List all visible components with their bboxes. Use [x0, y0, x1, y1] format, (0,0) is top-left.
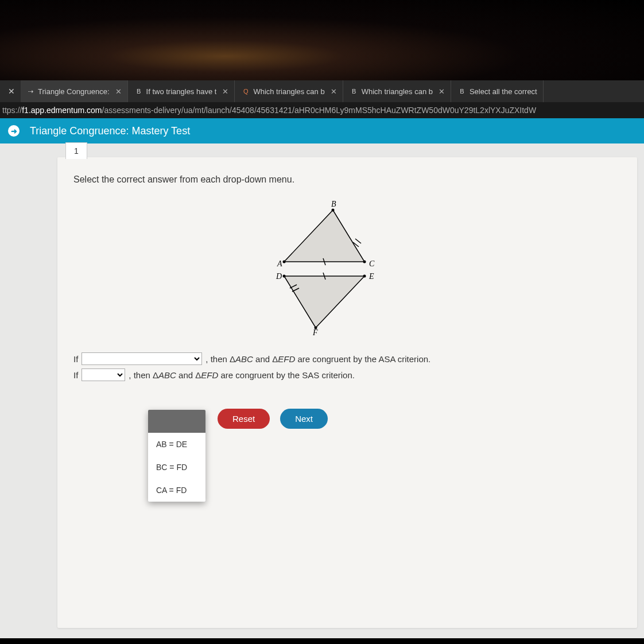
question-prompt: Select the correct answer from each drop…: [73, 174, 621, 185]
question-number-tab[interactable]: 1: [65, 142, 87, 159]
if-label: If: [73, 354, 78, 364]
tab-which-triangles-2[interactable]: B Which triangles can b ✕: [344, 80, 451, 102]
svg-text:C: C: [369, 259, 375, 268]
svg-line-9: [355, 239, 361, 243]
tab-label: Select all the correct: [470, 87, 537, 96]
asa-dropdown[interactable]: [82, 352, 202, 365]
tab-icon: B: [135, 88, 143, 95]
app-header: ➜ Triangle Congruence: Mastery Test: [0, 118, 644, 143]
close-icon[interactable]: ✕: [3, 87, 20, 96]
tab-icon: ⇢: [26, 88, 34, 95]
statement-asa: If , then ΔABC and ΔEFD are congruent by…: [73, 352, 621, 365]
tab-close-icon[interactable]: ✕: [115, 87, 122, 96]
reset-button[interactable]: Reset: [218, 409, 270, 429]
svg-marker-0: [284, 210, 364, 262]
dropdown-option[interactable]: CA = FD: [148, 479, 205, 502]
svg-text:E: E: [368, 272, 374, 281]
content-area: 1 Select the correct answer from each dr…: [0, 143, 644, 638]
svg-point-1: [283, 261, 286, 263]
tab-if-two-triangles[interactable]: B If two triangles have t ✕: [129, 80, 235, 102]
svg-text:B: B: [331, 200, 336, 208]
svg-text:D: D: [276, 272, 282, 281]
next-button[interactable]: Next: [280, 409, 328, 429]
svg-text:A: A: [277, 259, 282, 268]
svg-point-2: [363, 261, 366, 263]
svg-text:F: F: [312, 328, 318, 336]
if-label: If: [73, 370, 78, 380]
url-prefix: ttps://: [2, 106, 22, 115]
sas-dropdown-popup[interactable]: AB = DE BC = FD CA = FD: [148, 410, 205, 502]
svg-point-12: [363, 275, 366, 278]
tab-close-icon[interactable]: ✕: [222, 87, 228, 96]
question-card: 1 Select the correct answer from each dr…: [57, 157, 637, 628]
url-host: f1.app.edmentum.com: [22, 106, 102, 115]
browser-tab-bar: ✕ ⇢ Triangle Congruence: ✕ B If two tria…: [0, 80, 644, 102]
address-bar[interactable]: ttps://f1.app.edmentum.com/assessments-d…: [0, 102, 644, 118]
dropdown-option-blank[interactable]: [148, 410, 205, 433]
back-arrow-icon[interactable]: ➜: [8, 125, 20, 137]
tab-icon: B: [458, 88, 466, 95]
tab-close-icon[interactable]: ✕: [439, 87, 445, 96]
tab-select-all-correct[interactable]: B Select all the correct: [452, 80, 544, 102]
url-path: /assessments-delivery/ua/mt/launch/45408…: [102, 106, 537, 115]
sas-dropdown[interactable]: [82, 368, 125, 381]
tab-label: If two triangles have t: [146, 87, 217, 96]
dropdown-option[interactable]: AB = DE: [148, 433, 205, 456]
statement-sas: If , then ΔABC and ΔEFD are congruent by…: [73, 368, 621, 381]
svg-marker-10: [284, 276, 364, 328]
svg-point-3: [332, 209, 335, 212]
dropdown-option[interactable]: BC = FD: [148, 456, 205, 479]
svg-point-11: [283, 275, 286, 278]
photo-background: [0, 0, 644, 80]
tab-which-triangles-1[interactable]: Q Which triangles can b ✕: [236, 80, 343, 102]
page-title: Triangle Congruence: Mastery Test: [30, 125, 190, 137]
triangle-diagram: A B C D E F: [267, 199, 428, 336]
tab-label: Triangle Congruence:: [38, 87, 110, 96]
tab-close-icon[interactable]: ✕: [331, 87, 337, 96]
tab-icon: B: [350, 88, 358, 95]
tab-label: Which triangles can b: [362, 87, 433, 96]
tab-label: Which triangles can b: [253, 87, 324, 96]
tab-triangle-congruence[interactable]: ⇢ Triangle Congruence: ✕: [21, 80, 128, 102]
search-icon: Q: [242, 88, 250, 95]
